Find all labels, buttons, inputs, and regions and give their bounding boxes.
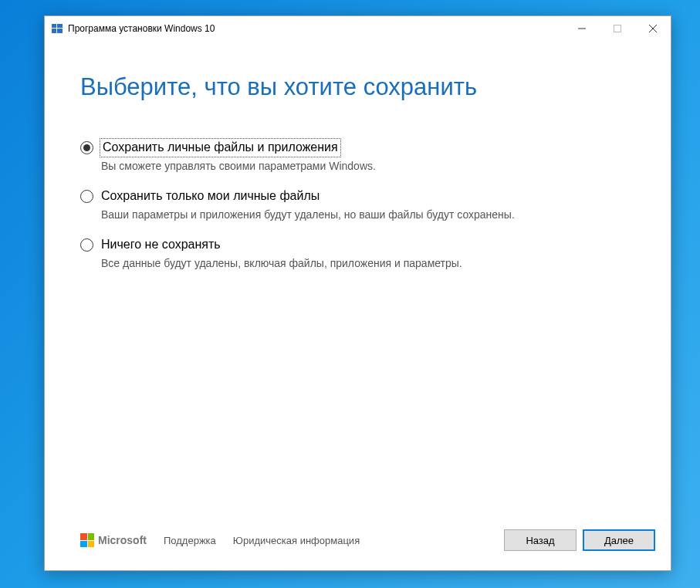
option-keep-files-apps[interactable]: Сохранить личные файлы и приложения Вы с… [80,140,635,173]
footer: Microsoft Поддержка Юридическая информац… [45,521,671,570]
microsoft-logo: Microsoft [80,533,147,547]
titlebar-left: Программа установки Windows 10 [51,22,215,35]
option-keep-nothing[interactable]: Ничего не сохранять Все данные будут уда… [80,237,635,270]
radio-icon [80,141,93,154]
option-text: Сохранить личные файлы и приложения Вы с… [101,140,376,173]
option-description: Все данные будут удалены, включая файлы,… [101,256,462,270]
option-label: Сохранить личные файлы и приложения [101,140,340,156]
close-button[interactable] [635,16,671,41]
footer-left: Microsoft Поддержка Юридическая информац… [80,533,360,547]
setup-window: Программа установки Windows 10 Выберите,… [44,15,671,571]
support-link[interactable]: Поддержка [164,535,216,546]
options-group: Сохранить личные файлы и приложения Вы с… [80,140,635,270]
radio-icon [80,190,93,203]
svg-rect-5 [614,25,621,32]
option-description: Ваши параметры и приложения будут удален… [101,208,515,221]
page-heading: Выберите, что вы хотите сохранить [80,73,635,101]
option-label: Сохранить только мои личные файлы [101,188,515,204]
option-label: Ничего не сохранять [101,237,462,253]
legal-link[interactable]: Юридическая информация [233,535,360,546]
app-icon [51,22,63,35]
svg-rect-1 [57,24,63,28]
window-title: Программа установки Windows 10 [68,23,215,34]
option-text: Сохранить только мои личные файлы Ваши п… [101,188,515,221]
titlebar: Программа установки Windows 10 [45,16,671,41]
next-button[interactable]: Далее [583,529,655,551]
radio-icon [80,238,93,252]
microsoft-logo-icon [80,533,94,547]
content-area: Выберите, что вы хотите сохранить Сохран… [45,41,671,521]
svg-rect-2 [52,29,56,33]
maximize-button [600,16,635,41]
option-description: Вы сможете управлять своими параметрами … [101,159,376,173]
option-text: Ничего не сохранять Все данные будут уда… [101,237,462,270]
option-keep-files-only[interactable]: Сохранить только мои личные файлы Ваши п… [80,188,635,221]
microsoft-logo-text: Microsoft [98,534,147,546]
back-button[interactable]: Назад [504,529,577,551]
svg-rect-3 [57,29,63,33]
minimize-button[interactable] [564,16,600,41]
window-controls [564,16,671,41]
svg-rect-0 [52,24,56,28]
footer-buttons: Назад Далее [504,529,655,551]
